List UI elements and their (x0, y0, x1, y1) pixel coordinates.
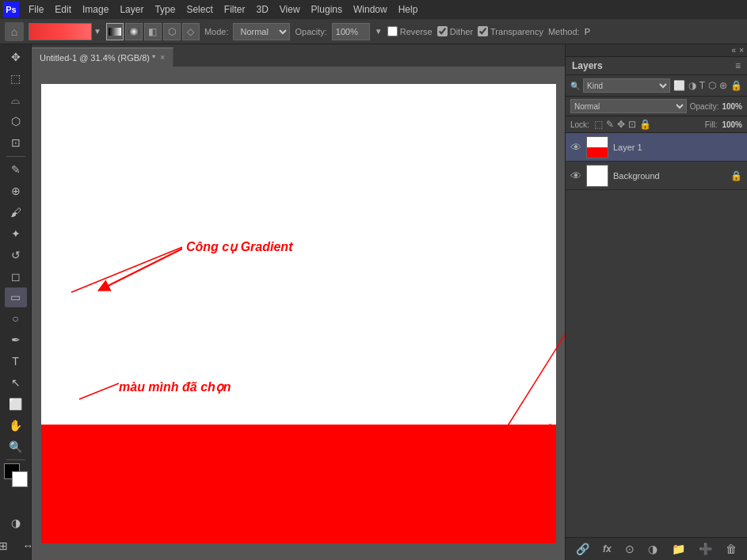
menu-plugins[interactable]: Plugins (307, 2, 347, 17)
menu-filter[interactable]: Filter (219, 2, 250, 17)
canvas-wrap: Untitled-1 @ 31.4% (RGB/8) * × Công cụ G… (32, 44, 565, 560)
gradient-dropdown-arrow[interactable]: ▼ (93, 27, 101, 36)
canvas-area[interactable]: Công cụ Gradient màu mình đã chọn Layer … (32, 67, 565, 560)
text-layer-icon[interactable]: T (699, 80, 705, 91)
layer-row[interactable]: 👁 Layer 1 (566, 133, 747, 162)
quick-mask-btn[interactable]: ◑ (5, 513, 27, 533)
dither-checkbox[interactable]: Dither (437, 26, 473, 36)
layer-visibility-toggle[interactable]: 👁 (570, 141, 581, 154)
menu-view[interactable]: View (275, 2, 305, 17)
reflect-gradient-btn[interactable] (163, 23, 181, 40)
healing-tool[interactable]: ⊕ (5, 181, 27, 200)
brush-tool[interactable]: 🖌 (5, 202, 27, 222)
menu-type[interactable]: Type (150, 2, 180, 17)
color-boxes (4, 463, 28, 485)
blending-row: Normal Opacity: 100% (566, 97, 747, 116)
tab-close-icon[interactable]: × (160, 53, 165, 62)
layer-name[interactable]: Layer 1 (613, 143, 742, 152)
selection-tool[interactable]: ⬚ (5, 69, 27, 89)
home-button[interactable]: ⌂ (5, 22, 24, 41)
smart-layer-icon[interactable]: ⊛ (719, 80, 727, 91)
lock-all-icon[interactable]: 🔒 (639, 119, 651, 130)
delete-layer-btn[interactable]: 🗑 (726, 543, 737, 555)
menu-layer[interactable]: Layer (115, 2, 148, 17)
diamond-gradient-btn[interactable] (182, 23, 200, 40)
blend-mode-select[interactable]: Normal (570, 99, 687, 113)
menu-image[interactable]: Image (78, 2, 113, 17)
new-layer-btn[interactable]: ➕ (699, 543, 712, 555)
opacity-label: Opacity: (295, 27, 326, 36)
panel-collapse-btn[interactable]: « (732, 46, 737, 55)
pixel-layer-icon[interactable]: ⬜ (673, 80, 685, 91)
tab-title: Untitled-1 @ 31.4% (RGB/8) * (40, 53, 155, 63)
panel-menu-button[interactable]: ≡ (735, 60, 741, 71)
app-logo: Ps (3, 2, 19, 17)
panel-footer: 🔗 fx ⊙ ◑ 📁 ➕ 🗑 (566, 537, 747, 560)
layout-btn-2[interactable]: ↔ (17, 535, 32, 557)
menu-3d[interactable]: 3D (251, 2, 273, 17)
reverse-checkbox[interactable]: Reverse (387, 26, 433, 36)
menu-select[interactable]: Select (181, 2, 217, 17)
mode-label: Mode: (204, 27, 229, 36)
link-layers-btn[interactable]: 🔗 (576, 543, 589, 555)
shape-layer-icon[interactable]: ⬡ (708, 80, 716, 91)
layer-locked-icon: 🔒 (730, 170, 742, 181)
background-color[interactable] (12, 471, 28, 487)
layer-visibility-toggle[interactable]: 👁 (570, 170, 581, 182)
layout-btn-1[interactable]: ⊞ (0, 535, 14, 557)
pen-tool[interactable]: ✒ (5, 330, 27, 350)
menu-help[interactable]: Help (394, 2, 423, 17)
shape-tool[interactable]: ⬜ (5, 394, 27, 414)
dodge-tool[interactable]: ○ (5, 309, 27, 329)
lock-artboard-icon[interactable]: ⊡ (628, 119, 636, 130)
canvas-tab[interactable]: Untitled-1 @ 31.4% (RGB/8) * × (32, 48, 173, 67)
adjustment-layer-btn[interactable]: ◑ (648, 543, 657, 555)
layer-name[interactable]: Background (613, 171, 726, 181)
adjustment-layer-icon[interactable]: ◑ (688, 80, 696, 91)
main-area: ✥ ⬚ ⌓ ⬡ ⊡ ✎ ⊕ 🖌 ✦ ↺ ◻ ▭ ○ ✒ T ↖ ⬜ ✋ 🔍 ◑ … (0, 44, 747, 560)
fill-value[interactable]: 100% (722, 120, 742, 129)
eyedropper-tool[interactable]: ✎ (5, 160, 27, 180)
artboard-icon[interactable]: 🔒 (730, 80, 742, 91)
toolbar-separator-1 (6, 156, 25, 157)
linear-gradient-btn[interactable] (106, 23, 124, 40)
gradient-swatch[interactable] (29, 23, 92, 40)
crop-tool[interactable]: ⊡ (5, 133, 27, 153)
move-tool[interactable]: ✥ (5, 48, 27, 67)
opacity-dropdown[interactable]: ▼ (375, 27, 383, 36)
lock-move-icon[interactable]: ✥ (617, 119, 625, 130)
new-group-btn[interactable]: 📁 (672, 543, 685, 555)
layer-row[interactable]: 👁 Background 🔒 (566, 162, 747, 190)
history-tool[interactable]: ↺ (5, 245, 27, 265)
mode-select[interactable]: Normal Dissolve Multiply (233, 23, 290, 40)
hand-tool[interactable]: ✋ (5, 416, 27, 436)
menu-bar: Ps File Edit Image Layer Type Select Fil… (0, 0, 747, 19)
eraser-tool[interactable]: ◻ (5, 266, 27, 286)
gradient-tool[interactable]: ▭ (5, 288, 27, 307)
tab-bar: Untitled-1 @ 31.4% (RGB/8) * × (32, 44, 565, 67)
radial-gradient-btn[interactable] (125, 23, 143, 40)
kind-filter-select[interactable]: Kind (583, 78, 670, 93)
fx-btn[interactable]: fx (603, 543, 612, 554)
zoom-tool[interactable]: 🔍 (5, 436, 27, 456)
menu-window[interactable]: Window (349, 2, 392, 17)
menu-edit[interactable]: Edit (50, 2, 76, 17)
add-mask-btn[interactable]: ⊙ (625, 543, 635, 555)
type-tool[interactable]: T (5, 352, 27, 371)
panel-close-btn[interactable]: × (739, 46, 744, 55)
opacity-value[interactable]: 100% (332, 23, 370, 40)
layers-panel: « × Layers ≡ 🔍 Kind ⬜ ◑ T ⬡ ⊛ 🔒 (565, 44, 747, 560)
lock-position-icon[interactable]: ✎ (606, 119, 614, 130)
path-selection-tool[interactable]: ↖ (5, 373, 27, 393)
clone-tool[interactable]: ✦ (5, 223, 27, 243)
annotation-layer: Layer sử dụng Gradient (499, 423, 565, 467)
magic-wand-tool[interactable]: ⬡ (5, 112, 27, 131)
method-value: P (585, 27, 590, 36)
menu-file[interactable]: File (24, 2, 48, 17)
layer-type-icons: ⬜ ◑ T ⬡ ⊛ 🔒 (673, 80, 742, 91)
lock-pixels-icon[interactable]: ⬚ (594, 119, 603, 130)
angle-gradient-btn[interactable] (144, 23, 162, 40)
opacity-row-value[interactable]: 100% (722, 102, 742, 111)
transparency-checkbox[interactable]: Transparency (478, 26, 543, 36)
lasso-tool[interactable]: ⌓ (5, 90, 27, 110)
